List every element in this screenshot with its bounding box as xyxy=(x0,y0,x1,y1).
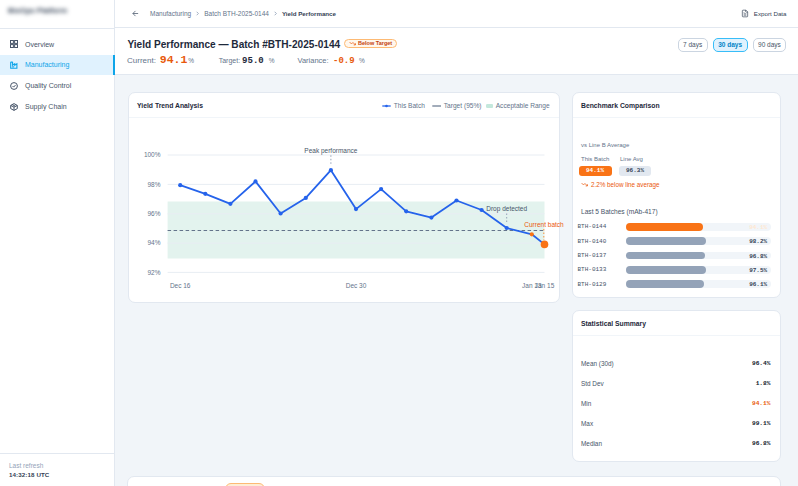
svg-text:92%: 92% xyxy=(147,269,160,276)
svg-text:98%: 98% xyxy=(147,181,160,188)
svg-text:Dec 16: Dec 16 xyxy=(170,282,191,289)
svg-text:94%: 94% xyxy=(147,239,160,246)
svg-text:Peak performance: Peak performance xyxy=(304,147,357,155)
svg-text:100%: 100% xyxy=(144,151,161,158)
svg-text:Current batch: Current batch xyxy=(524,221,564,228)
svg-text:Dec 30: Dec 30 xyxy=(346,282,367,289)
svg-text:96%: 96% xyxy=(147,210,160,217)
svg-text:Jan 15: Jan 15 xyxy=(535,282,555,289)
svg-text:Drop detected: Drop detected xyxy=(486,205,527,213)
